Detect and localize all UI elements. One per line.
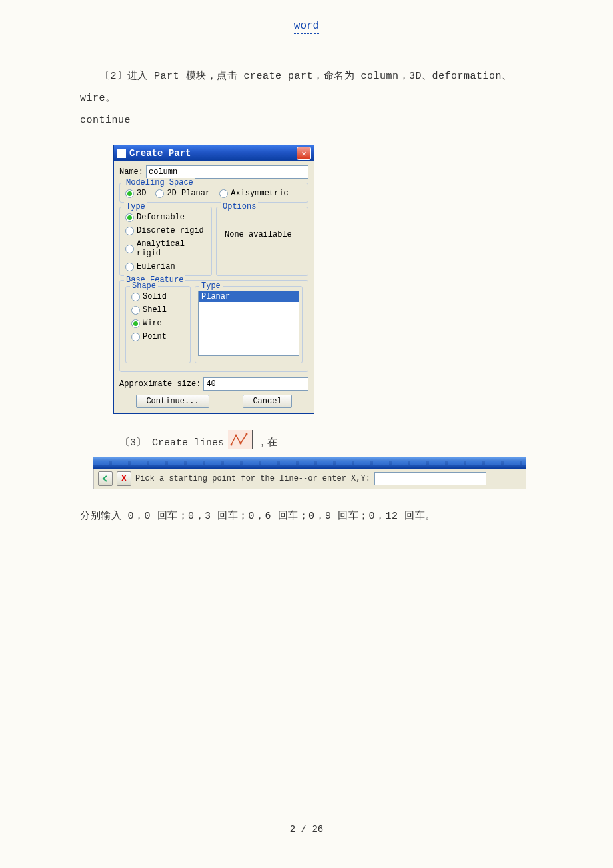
- svg-point-2: [240, 443, 242, 445]
- radio-label: 3D: [137, 189, 146, 198]
- radio-icon: [125, 227, 134, 235]
- para3-prefix: 〔3〕 Create lines: [120, 436, 224, 449]
- svg-point-1: [235, 435, 237, 437]
- radio-icon: [125, 245, 134, 253]
- approx-input[interactable]: [203, 377, 308, 391]
- options-text: None available: [222, 213, 303, 257]
- cancel-x-button[interactable]: X: [117, 471, 131, 486]
- radio-2d-planar[interactable]: 2D Planar: [155, 189, 210, 198]
- header-link[interactable]: word: [0, 20, 613, 32]
- bf-type-title: Type: [199, 281, 223, 291]
- app-icon: [117, 149, 126, 158]
- body-paragraph-3: 〔3〕 Create lines ，在: [0, 430, 613, 449]
- radio-label: Axisymmetric: [231, 189, 288, 198]
- approx-size-row: Approximate size:: [119, 377, 308, 391]
- back-button[interactable]: [98, 471, 113, 486]
- approx-label: Approximate size:: [119, 379, 201, 389]
- radio-label: Eulerian: [137, 262, 175, 271]
- status-area: X Pick a starting point for the line--or…: [93, 457, 526, 489]
- options-group: Options None available: [216, 207, 308, 276]
- status-gradient-bar: [93, 457, 526, 469]
- name-label: Name:: [119, 167, 143, 177]
- modeling-space-group: Modeling Space 3D 2D Planar Axisymmetric: [119, 183, 308, 203]
- radio-eulerian[interactable]: Eulerian: [125, 262, 206, 271]
- dialog-buttons: Continue... Cancel: [119, 395, 308, 408]
- body-paragraph-2: 〔2〕进入 Part 模块，点击 create part，命名为 column，…: [0, 65, 613, 131]
- x-icon: X: [121, 473, 127, 484]
- list-item-planar[interactable]: Planar: [199, 291, 299, 302]
- radio-label: Shell: [143, 305, 167, 315]
- radio-icon: [125, 213, 134, 222]
- document-page: word 〔2〕进入 Part 模块，点击 create part，命名为 co…: [0, 0, 613, 868]
- radio-label: Analytical rigid: [137, 239, 206, 258]
- type-title: Type: [124, 202, 147, 211]
- shape-title: Shape: [130, 281, 158, 291]
- arrow-left-icon: [101, 474, 110, 483]
- body-paragraph-4: 分别输入 0，0 回车；0，3 回车；0，6 回车；0，9 回车；0，12 回车…: [0, 505, 613, 527]
- radio-shell[interactable]: Shell: [131, 305, 185, 315]
- modeling-space-title: Modeling Space: [124, 178, 195, 187]
- create-lines-icon: [228, 430, 253, 449]
- name-input[interactable]: [146, 165, 308, 179]
- radio-icon: [131, 333, 140, 341]
- create-part-dialog: Create Part ✕ Name: Modeling Space 3D: [113, 145, 314, 414]
- radio-wire[interactable]: Wire: [131, 319, 185, 328]
- type-group: Type Deformable Discrete rigid Analyt: [119, 207, 212, 276]
- name-row: Name:: [119, 165, 308, 179]
- radio-analytical-rigid[interactable]: Analytical rigid: [125, 239, 206, 258]
- radio-icon: [219, 189, 228, 198]
- radio-icon: [125, 189, 134, 198]
- radio-icon: [131, 319, 140, 328]
- base-feature-group: Base Feature Shape Solid Shell: [119, 280, 308, 372]
- radio-label: Solid: [143, 292, 167, 301]
- para2-line1: 〔2〕进入 Part 模块，点击 create part，命名为 column，…: [80, 65, 533, 109]
- page-number: 2 / 26: [0, 824, 613, 835]
- dialog-titlebar: Create Part ✕: [114, 145, 314, 161]
- radio-discrete-rigid[interactable]: Discrete rigid: [125, 226, 206, 235]
- radio-icon: [155, 189, 164, 198]
- prompt-row: X Pick a starting point for the line--or…: [93, 469, 526, 489]
- options-title: Options: [221, 202, 258, 211]
- para4-text: 分别输入 0，0 回车；0，3 回车；0，6 回车；0，9 回车；0，12 回车…: [80, 505, 533, 527]
- continue-button[interactable]: Continue...: [136, 395, 209, 408]
- radio-axisymmetric[interactable]: Axisymmetric: [219, 189, 288, 198]
- radio-label: Wire: [143, 319, 162, 328]
- radio-icon: [131, 306, 140, 315]
- para3-suffix: ，在: [257, 436, 277, 449]
- close-icon: ✕: [301, 149, 306, 159]
- xy-input[interactable]: [374, 472, 486, 485]
- radio-deformable[interactable]: Deformable: [125, 213, 206, 222]
- radio-solid[interactable]: Solid: [131, 292, 185, 301]
- radio-label: 2D Planar: [167, 189, 210, 198]
- svg-point-0: [231, 444, 233, 446]
- type-listbox[interactable]: Planar: [198, 291, 299, 356]
- header-link-text: word: [294, 20, 319, 34]
- dialog-title: Create Part: [129, 148, 297, 159]
- radio-label: Deformable: [137, 213, 185, 222]
- shape-group: Shape Solid Shell: [125, 286, 191, 363]
- radio-point[interactable]: Point: [131, 332, 185, 341]
- para2-line2: continue: [80, 109, 533, 131]
- close-button[interactable]: ✕: [297, 147, 311, 160]
- type-options-row: Type Deformable Discrete rigid Analyt: [119, 207, 308, 280]
- bf-type-group: Type Planar: [195, 286, 303, 363]
- radio-3d[interactable]: 3D: [125, 189, 146, 198]
- cancel-button[interactable]: Cancel: [243, 395, 291, 408]
- radio-icon: [125, 263, 134, 271]
- prompt-text: Pick a starting point for the line--or e…: [135, 474, 370, 483]
- svg-point-3: [246, 433, 248, 435]
- radio-label: Discrete rigid: [137, 226, 204, 235]
- radio-icon: [131, 293, 140, 301]
- dialog-body: Name: Modeling Space 3D 2D Planar: [114, 161, 314, 413]
- radio-label: Point: [143, 332, 167, 341]
